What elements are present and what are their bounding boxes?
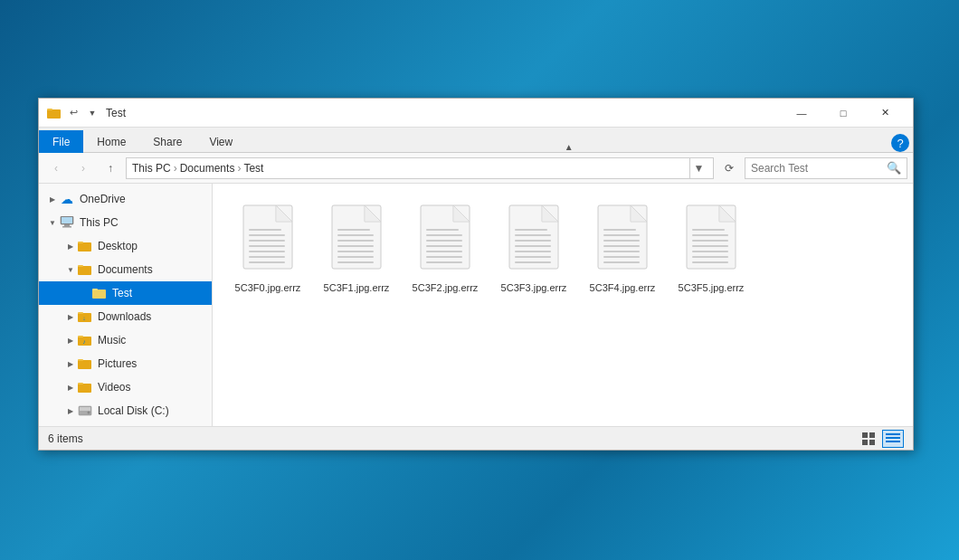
svg-rect-60 [515,240,551,242]
svg-rect-9 [78,265,83,267]
svg-rect-44 [337,261,374,263]
minimize-button[interactable]: — [781,99,822,128]
test-folder-icon [91,285,108,301]
address-path[interactable]: This PC › Documents › Test ▼ [126,157,714,179]
svg-rect-79 [692,234,728,236]
quick-access-toolbar: ↩ ▼ [46,105,100,121]
svg-rect-38 [337,229,370,231]
list-view-button[interactable] [882,430,904,448]
sidebar-label-videos: Videos [98,381,130,394]
file-item[interactable]: 5C3F4.jpg.errz [582,198,663,412]
svg-rect-42 [337,251,374,252]
documents-folder-icon [77,261,93,278]
sidebar-item-pictures[interactable]: ▶ Pictures [39,352,212,375]
svg-point-24 [88,412,90,414]
path-thispc[interactable]: This PC [132,162,171,175]
sidebar-item-videos[interactable]: ▶ Videos [39,375,212,399]
search-input[interactable] [751,162,883,175]
svg-rect-13 [78,312,83,314]
svg-rect-61 [515,245,551,247]
sidebar-item-thispc[interactable]: ▼ This PC [39,211,212,234]
path-test[interactable]: Test [243,162,263,175]
svg-rect-52 [426,251,462,252]
svg-rect-11 [92,289,98,290]
chevron-thispc: ▼ [46,216,59,229]
tab-home[interactable]: Home [83,130,139,153]
sidebar-item-music[interactable]: ▶ ♪ Music [39,328,212,352]
grid-view-button[interactable] [859,430,880,448]
svg-rect-62 [515,251,551,252]
svg-rect-5 [62,226,71,228]
file-name: 5C3F0.jpg.errz [235,281,301,294]
search-box[interactable]: 🔍 [745,157,907,179]
ribbon-expand-icon[interactable]: ▲ [559,142,579,152]
chevron-test [79,287,91,299]
chevron-desktop: ▶ [64,240,77,252]
svg-rect-88 [869,440,875,445]
svg-rect-10 [92,289,106,299]
view-buttons [859,430,904,448]
refresh-button[interactable]: ⟳ [717,157,741,179]
undo-icon[interactable]: ↩ [65,105,81,121]
svg-rect-63 [515,256,551,258]
svg-rect-50 [426,240,462,242]
chevron-pictures: ▶ [64,357,77,370]
svg-rect-81 [692,245,728,247]
svg-rect-6 [78,242,91,252]
chevron-videos: ▶ [64,381,77,394]
sidebar-label-documents: Documents [98,263,153,276]
window-title: Test [106,107,781,119]
path-dropdown-button[interactable]: ▼ [689,157,707,179]
svg-rect-18 [78,360,91,369]
svg-rect-83 [692,256,728,258]
close-button[interactable]: ✕ [864,99,906,128]
file-item[interactable]: 5C3F0.jpg.errz [227,198,309,412]
help-button[interactable]: ? [891,134,909,152]
file-item[interactable]: 5C3F5.jpg.errz [670,198,752,412]
file-name: 5C3F3.jpg.errz [501,281,567,294]
svg-rect-43 [337,256,374,258]
sidebar-item-onedrive[interactable]: ▶ ☁ OneDrive [39,187,212,211]
chevron-localdisk: ▶ [64,404,77,417]
svg-rect-3 [62,217,72,223]
sidebar-item-desktop[interactable]: ▶ Desktop [39,234,212,258]
sidebar-label-onedrive: OneDrive [80,193,126,205]
forward-button[interactable]: › [71,157,95,179]
file-name: 5C3F5.jpg.errz [679,281,745,294]
folder-icon-title [46,105,62,121]
item-count: 6 items [48,432,859,445]
file-item[interactable]: 5C3F2.jpg.errz [404,198,486,412]
path-documents[interactable]: Documents [180,162,235,175]
up-button[interactable]: ↑ [99,157,122,179]
file-name: 5C3F4.jpg.errz [590,281,656,294]
svg-rect-78 [692,229,725,231]
sidebar-label-desktop: Desktop [98,240,138,252]
search-icon[interactable]: 🔍 [887,161,901,175]
file-item[interactable]: 5C3F3.jpg.errz [493,198,574,412]
tab-file[interactable]: File [39,130,83,153]
down-arrow-icon[interactable]: ▼ [84,105,100,121]
main-area: ▶ ☁ OneDrive ▼ This PC ▶ [39,184,913,426]
maximize-button[interactable]: □ [822,99,864,128]
file-item[interactable]: 5C3F1.jpg.errz [316,198,397,412]
tab-view[interactable]: View [195,130,246,153]
sidebar-label-pictures: Pictures [98,357,137,370]
svg-rect-33 [249,256,285,258]
title-bar: ↩ ▼ Test — □ ✕ [39,99,913,128]
sidebar-label-localdisk: Local Disk (C:) [98,404,169,417]
svg-rect-54 [426,261,462,263]
back-button[interactable]: ‹ [44,157,68,179]
desktop-folder-icon [77,238,93,254]
file-area: 5C3F0.jpg.errz5C3F1.jpg.errz5C3F2.jpg.er… [213,184,913,426]
svg-text:↓: ↓ [82,315,86,321]
sidebar-item-documents[interactable]: ▼ Documents [39,258,212,281]
svg-rect-41 [337,245,374,247]
sidebar-item-test[interactable]: Test [39,281,212,305]
svg-rect-91 [886,441,900,442]
ribbon-tabs: File Home Share View ▲ ? [39,128,913,153]
svg-rect-74 [603,261,640,263]
sidebar-item-localdisk[interactable]: ▶ Local Disk (C:) [39,399,212,422]
svg-rect-19 [78,359,83,361]
tab-share[interactable]: Share [139,130,195,153]
sidebar-item-downloads[interactable]: ▶ ↓ Downloads [39,305,212,328]
